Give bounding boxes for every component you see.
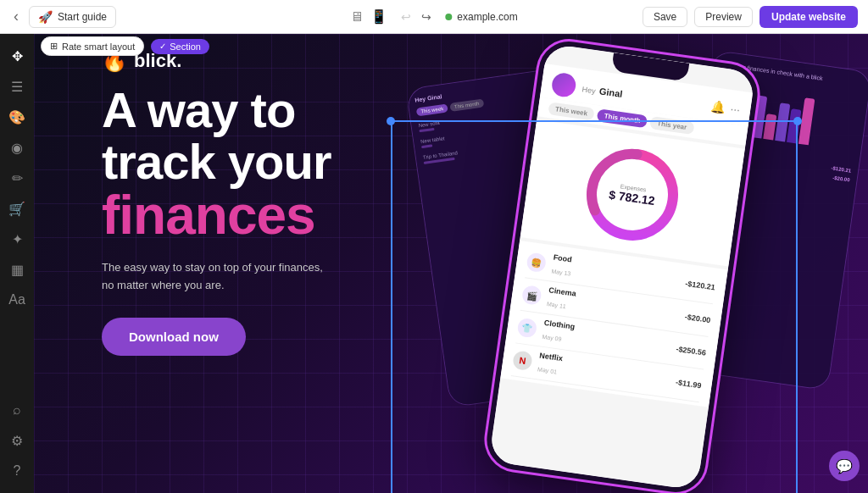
sidebar-item-help[interactable]: ? xyxy=(3,457,31,485)
avatar xyxy=(550,72,577,99)
sidebar-item-paint[interactable]: 🎨 xyxy=(3,103,31,130)
grid-icon: ⊞ xyxy=(50,41,58,52)
selection-line-top xyxy=(391,120,798,122)
update-website-button[interactable]: Update website xyxy=(760,6,858,28)
url-area: example.com xyxy=(445,11,517,23)
check-icon: ✓ xyxy=(159,42,166,51)
hero-section: 🔥 blick. A way to track your finances Th… xyxy=(34,34,868,493)
undo-redo-group: ↩ ↪ xyxy=(398,7,435,27)
tablet-icon[interactable]: 📱 xyxy=(370,8,387,25)
sidebar-bottom: ⌕ ⚙ ? xyxy=(3,396,31,485)
preview-button[interactable]: Preview xyxy=(694,7,753,27)
topbar-left: ‹ 🚀 Start guide xyxy=(10,4,116,29)
section-badge[interactable]: ✓ Section xyxy=(151,39,209,54)
bell-icon: 🔔 xyxy=(710,99,726,114)
sidebar-item-sparkle[interactable]: ✦ xyxy=(3,225,31,252)
tab-this-month[interactable]: This month xyxy=(597,108,648,128)
sidebar-item-text[interactable]: Aa xyxy=(3,286,31,313)
selection-handle-right[interactable] xyxy=(793,117,802,125)
status-dot xyxy=(445,14,452,20)
device-icons: 🖥 📱 xyxy=(350,8,387,25)
rocket-icon: 🚀 xyxy=(38,10,53,24)
greeting-prefix: Hey xyxy=(581,85,596,95)
selection-line-right xyxy=(796,120,798,493)
undo-button[interactable]: ↩ xyxy=(398,7,415,27)
sidebar-item-pen[interactable]: ✏ xyxy=(3,164,31,191)
expense-circle: Expenses $ 782.12 xyxy=(575,137,690,252)
sidebar-item-pointer[interactable]: ✥ xyxy=(3,42,31,69)
hero-subtitle: The easy way to stay on top of your fina… xyxy=(102,259,339,295)
sidebar-item-search[interactable]: ⌕ xyxy=(3,396,31,424)
section-label: Section xyxy=(170,42,201,52)
redo-button[interactable]: ↪ xyxy=(418,7,435,27)
tab-this-year[interactable]: This year xyxy=(649,116,694,135)
phone-header-text: Hey Ginal xyxy=(581,80,624,101)
phones-area: Hey Ginal This week This month New sofa … xyxy=(427,34,868,493)
smart-layout-label: Rate smart layout xyxy=(62,42,135,52)
topbar-right: Save Preview Update website xyxy=(643,6,858,28)
selection-line-left xyxy=(391,120,392,493)
desktop-icon[interactable]: 🖥 xyxy=(350,9,364,25)
topbar: ‹ 🚀 Start guide 🖥 📱 ↩ ↪ example.com Save… xyxy=(0,0,868,34)
topbar-center: 🖥 📱 ↩ ↪ example.com xyxy=(350,7,517,27)
expense-items: 🍔 Food May 13 -$120.21 🎬 Cinema May xyxy=(500,241,727,407)
back-button[interactable]: ‹ xyxy=(10,4,22,29)
canvas-area: 🔥 blick. A way to track your finances Th… xyxy=(34,34,868,493)
sidebar-item-settings[interactable]: ⚙ xyxy=(3,427,31,454)
download-now-button[interactable]: Download now xyxy=(102,318,246,356)
username: Ginal xyxy=(598,86,623,99)
more-icon: ··· xyxy=(729,102,741,116)
hero-title-line1: A way to track your xyxy=(102,85,458,188)
netflix-icon: N xyxy=(512,350,533,371)
expense-circle-container: Expenses $ 782.12 xyxy=(520,119,745,266)
start-guide-label: Start guide xyxy=(58,11,107,23)
food-icon: 🍔 xyxy=(526,252,547,273)
sidebar-item-chart[interactable]: ▦ xyxy=(3,256,31,283)
save-button[interactable]: Save xyxy=(643,7,687,27)
sidebar-item-hand[interactable]: ☰ xyxy=(3,73,31,100)
selection-handle-left[interactable] xyxy=(387,117,395,125)
hero-title-pink: finances xyxy=(102,188,458,242)
left-sidebar: ✥ ☰ 🎨 ◉ ✏ 🛒 ✦ ▦ Aa ⌕ ⚙ ? xyxy=(0,34,34,493)
sidebar-item-cart[interactable]: 🛒 xyxy=(3,195,31,222)
chat-bubble-button[interactable]: 💬 xyxy=(829,451,860,481)
cinema-icon: 🎬 xyxy=(521,285,542,306)
url-text: example.com xyxy=(457,11,517,23)
smart-layout-button[interactable]: ⊞ Rate smart layout xyxy=(41,36,144,56)
tab-this-week[interactable]: This week xyxy=(548,102,595,120)
sidebar-item-eye[interactable]: ◉ xyxy=(3,134,31,161)
floating-toolbar: ⊞ Rate smart layout ✓ Section xyxy=(41,36,209,56)
clothing-icon: 👕 xyxy=(516,318,537,339)
phone-header-right: 🔔 ··· xyxy=(710,99,742,117)
start-guide-button[interactable]: 🚀 Start guide xyxy=(29,6,116,28)
hero-content: A way to track your finances The easy wa… xyxy=(102,85,458,356)
